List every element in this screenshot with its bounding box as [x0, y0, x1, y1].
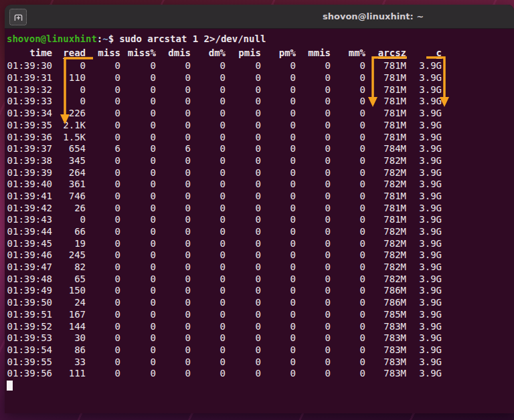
cell-dmis: 0 — [156, 344, 191, 356]
cell-dmpct: 0 — [191, 249, 226, 261]
table-row: 01:39:352.1K00000000781M3.9G — [7, 120, 514, 132]
cell-mmis: 0 — [296, 60, 331, 72]
cell-dmis: 0 — [156, 261, 191, 274]
window-title: shovon@linuxhint: ~ — [323, 11, 424, 21]
cell-c: 3.9G — [406, 191, 442, 203]
cell-read: 110 — [52, 72, 86, 84]
cell-misspct: 0 — [120, 226, 156, 238]
cell-mmpct: 0 — [331, 332, 365, 344]
cell-arcsz: 781M — [365, 214, 406, 226]
cell-mmpct: 0 — [331, 191, 365, 203]
cell-mmpct: 0 — [331, 84, 365, 96]
cell-mmpct: 0 — [331, 179, 365, 191]
cell-miss: 0 — [86, 344, 120, 356]
cell-pmis: 0 — [226, 285, 261, 297]
cell-dmpct: 0 — [191, 321, 226, 333]
cell-arcsz: 781M — [365, 132, 406, 144]
cell-c: 3.9G — [406, 297, 442, 309]
cell-dmpct: 0 — [191, 191, 226, 203]
cell-time: 01:39:42 — [7, 203, 52, 215]
cell-dmis: 0 — [156, 238, 191, 250]
cell-dmpct: 0 — [191, 179, 226, 191]
cell-pmpct: 0 — [261, 309, 296, 321]
cell-c: 3.9G — [406, 321, 442, 333]
new-tab-button[interactable] — [9, 9, 27, 25]
cell-time: 01:39:46 — [7, 249, 52, 261]
table-row: 01:39:3926400000000782M3.9G — [7, 167, 514, 179]
cell-read: 33 — [52, 356, 86, 369]
table-row: 01:39:3111000000000781M3.9G — [7, 72, 514, 84]
cell-mmis: 0 — [296, 143, 331, 155]
cell-pmpct: 0 — [261, 155, 296, 167]
cell-mmpct: 0 — [331, 368, 365, 380]
desktop-wallpaper: shovon@linuxhint: ~ shovon@linuxhint:~$s… — [0, 0, 514, 420]
cell-time: 01:39:44 — [7, 226, 52, 238]
cell-read: 24 — [52, 297, 86, 309]
cell-read: 19 — [52, 238, 86, 250]
cell-dmpct: 0 — [191, 84, 226, 96]
cell-c: 3.9G — [406, 261, 442, 274]
titlebar[interactable]: shovon@linuxhint: ~ — [5, 5, 514, 29]
cell-mmpct: 0 — [331, 203, 365, 215]
table-row: 01:39:486500000000782M3.9G — [7, 274, 514, 286]
cell-pmpct: 0 — [261, 179, 296, 191]
table-row: 01:39:3765460600000784M3.9G — [7, 143, 514, 155]
cell-read: 65 — [52, 274, 86, 286]
cell-c: 3.9G — [406, 309, 442, 321]
cell-c: 3.9G — [406, 84, 442, 96]
cell-miss: 0 — [86, 238, 120, 250]
cell-mmis: 0 — [296, 332, 331, 344]
cell-dmis: 0 — [156, 179, 191, 191]
terminal-cursor — [7, 381, 13, 391]
cell-misspct: 0 — [120, 332, 156, 344]
cell-dmis: 0 — [156, 203, 191, 215]
cell-arcsz: 782M — [365, 238, 406, 250]
col-header-miss: miss — [86, 47, 120, 60]
cell-mmis: 0 — [296, 274, 331, 286]
cell-read: 144 — [52, 321, 86, 333]
cell-miss: 0 — [86, 309, 120, 321]
col-header-time: time — [7, 47, 52, 60]
cell-c: 3.9G — [406, 60, 442, 72]
cell-c: 3.9G — [406, 368, 442, 380]
cell-misspct: 0 — [120, 143, 156, 155]
cell-pmpct: 0 — [261, 332, 296, 344]
cell-c: 3.9G — [406, 203, 442, 215]
cell-mmis: 0 — [296, 167, 331, 179]
cell-time: 01:39:41 — [7, 191, 52, 203]
cell-mmis: 0 — [296, 120, 331, 132]
cell-mmpct: 0 — [331, 72, 365, 84]
cell-dmpct: 0 — [191, 167, 226, 179]
col-header-mmpct: mm% — [331, 47, 365, 60]
cell-pmis: 0 — [226, 120, 261, 132]
cell-mmis: 0 — [296, 132, 331, 144]
terminal-body[interactable]: shovon@linuxhint:~$sudo arcstat 1 2>/dev… — [5, 29, 514, 413]
cell-dmpct: 0 — [191, 143, 226, 155]
table-row: 01:39:5214400000000783M3.9G — [7, 321, 514, 333]
cell-mmis: 0 — [296, 368, 331, 380]
cell-pmis: 0 — [226, 297, 261, 309]
table-row: 01:39:4036100000000782M3.9G — [7, 179, 514, 191]
cell-pmpct: 0 — [261, 274, 296, 286]
cell-time: 01:39:37 — [7, 143, 52, 155]
cell-pmpct: 0 — [261, 120, 296, 132]
cell-time: 01:39:47 — [7, 261, 52, 274]
cell-pmis: 0 — [226, 60, 261, 72]
table-row: 01:39:533000000000783M3.9G — [7, 332, 514, 344]
cell-pmis: 0 — [226, 368, 261, 380]
cell-read: 264 — [52, 167, 86, 179]
cell-dmis: 0 — [156, 274, 191, 286]
cell-mmis: 0 — [296, 321, 331, 333]
cell-mmis: 0 — [296, 344, 331, 356]
cell-mmpct: 0 — [331, 214, 365, 226]
cell-dmpct: 0 — [191, 72, 226, 84]
cursor-line — [7, 380, 514, 392]
cell-pmis: 0 — [226, 214, 261, 226]
cell-misspct: 0 — [120, 108, 156, 120]
cell-dmis: 0 — [156, 84, 191, 96]
cell-pmpct: 0 — [261, 356, 296, 369]
cell-mmpct: 0 — [331, 167, 365, 179]
command-text: sudo arcstat 1 2>/dev/null — [119, 33, 266, 44]
cell-misspct: 0 — [120, 167, 156, 179]
cell-read: 746 — [52, 191, 86, 203]
